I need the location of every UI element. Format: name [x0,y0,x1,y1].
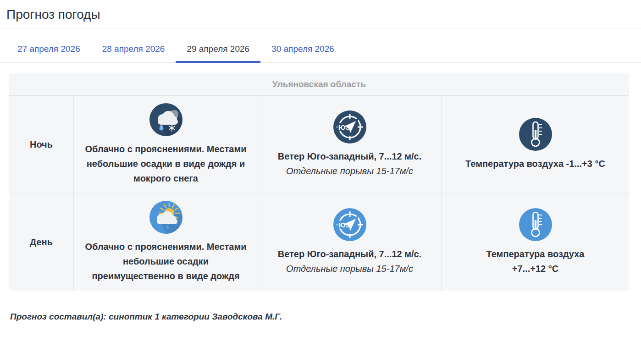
temperature-cell-day: Температура воздуха +7...+12 °С [441,193,629,291]
forecast-table: Ульяновская область Ночь [9,73,629,291]
thermometer-icon [519,118,552,151]
wind-text: Ветер Юго-западный, 7...12 м/с. [278,247,421,261]
tab-27-april-2026[interactable]: 27 апреля 2026 [6,38,91,63]
condition-cell-day: Облачно с прояснениями. Местами небольши… [73,193,258,291]
wind-text: Ветер Юго-западный, 7...12 м/с. [278,149,421,164]
period-cell-night: Ночь [9,95,73,193]
period-cell-day: День [9,193,73,291]
cloud-moon-rain-snow-icon [149,103,182,136]
temperature-cell-night: Температура воздуха -1...+3 °С [441,95,629,193]
tab-30-april-2026[interactable]: 30 апреля 2026 [260,38,345,63]
period-label: День [30,237,53,248]
thermometer-icon [519,208,552,241]
compass-arrow-icon: ЮЗ [333,110,366,143]
temperature-text: Температура воздуха -1...+3 °С [465,156,605,171]
wind-cell-night: ЮЗ Ветер Юго-западный, 7...12 м/с. Отдел… [258,95,441,193]
tab-28-april-2026[interactable]: 28 апреля 2026 [91,38,176,63]
period-label: Ночь [30,139,53,150]
wind-gusts-text: Отдельные порывы 15-17м/с [286,164,413,178]
page-title: Прогноз погоды [6,7,635,22]
wind-cell-day: ЮЗ Ветер Юго-западный, 7...12 м/с. Отдел… [258,193,441,291]
page-header: Прогноз погоды [0,0,641,28]
wind-direction-label: ЮЗ [338,123,350,131]
date-tabs: 27 апреля 2026 28 апреля 2026 29 апреля … [0,28,641,63]
wind-gusts-text: Отдельные порывы 15-17м/с [286,261,413,276]
forecast-author-line: Прогноз составил(а): синоптик 1 категори… [10,312,629,322]
temperature-text: Температура воздуха +7...+12 °С [486,247,585,276]
tab-29-april-2026[interactable]: 29 апреля 2026 [176,38,260,63]
sun-cloud-rain-icon [149,201,182,234]
condition-cell-night: Облачно с прояснениями. Местами небольши… [73,95,258,193]
condition-text: Облачно с прояснениями. Местами небольши… [83,142,249,186]
region-header: Ульяновская область [9,73,629,95]
condition-text: Облачно с прояснениями. Местами небольши… [83,239,249,283]
wind-direction-label: ЮЗ [338,221,350,229]
compass-arrow-icon: ЮЗ [333,208,366,241]
